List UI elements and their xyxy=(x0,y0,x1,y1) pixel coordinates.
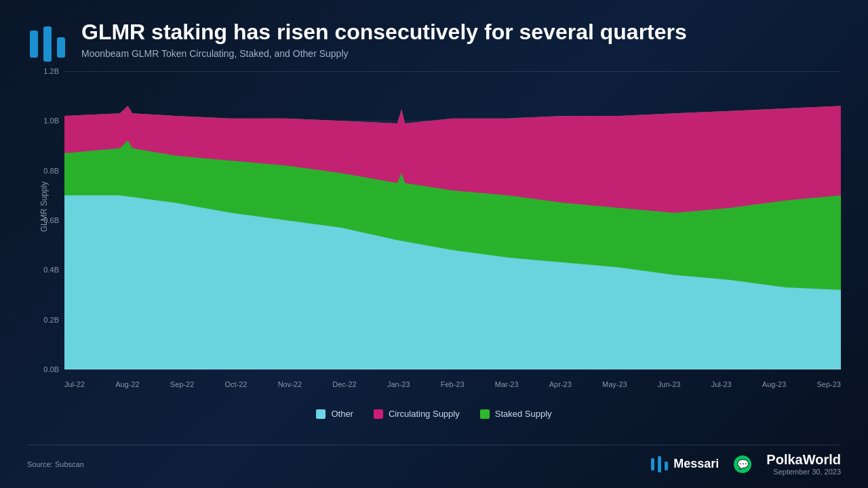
main-title: GLMR staking has risen consecutively for… xyxy=(81,20,687,44)
area-chart-svg xyxy=(64,71,841,369)
footer: Source: Subscan Messari 💬 PolkaWorld Sep… xyxy=(27,445,841,476)
messari-brand: Messari xyxy=(650,455,719,474)
subtitle: Moonbeam GLMR Token Circulating, Staked,… xyxy=(81,48,687,59)
svg-text:💬: 💬 xyxy=(737,459,749,470)
y-tick-06: 0.6B xyxy=(43,216,64,224)
y-tick-00: 0.0B xyxy=(43,365,64,373)
svg-rect-6 xyxy=(658,456,661,472)
x-tick-feb23: Feb-23 xyxy=(441,380,465,388)
svg-rect-7 xyxy=(665,462,668,470)
x-tick-aug23: Aug-23 xyxy=(762,380,786,388)
legend-color-staked xyxy=(480,409,490,419)
messari-logo-header xyxy=(27,24,68,64)
legend-color-circulating xyxy=(374,409,383,419)
y-tick-02: 0.2B xyxy=(43,316,64,324)
messari-logo-footer xyxy=(650,455,669,474)
x-tick-sep22: Sep-22 xyxy=(170,380,194,388)
polkaworld-brand: PolkaWorld September 30, 2023 xyxy=(766,452,841,476)
page-container: GLMR staking has risen consecutively for… xyxy=(0,0,868,488)
chart-area: GLMR Supply 1.2B 1.0B 0.8B 0.6B xyxy=(27,71,841,403)
x-tick-nov22: Nov-22 xyxy=(278,380,302,388)
x-tick-mar23: Mar-23 xyxy=(495,380,519,388)
y-tick-10: 1.0B xyxy=(43,117,64,125)
polkaworld-date: September 30, 2023 xyxy=(766,468,841,476)
x-tick-jan23: Jan-23 xyxy=(387,380,410,388)
y-tick-12: 1.2B xyxy=(43,67,64,75)
source-text: Source: Subscan xyxy=(27,460,84,468)
legend-item-other: Other xyxy=(316,409,353,419)
branding: Messari 💬 PolkaWorld September 30, 2023 xyxy=(650,452,841,476)
y-tick-08: 0.8B xyxy=(43,167,64,175)
svg-rect-0 xyxy=(30,30,38,58)
y-tick-04: 0.4B xyxy=(43,266,64,274)
y-axis-label: GLMR Supply xyxy=(39,180,49,234)
x-tick-oct22: Oct-22 xyxy=(224,380,247,388)
messari-label: Messari xyxy=(673,457,719,471)
x-tick-jul22: Jul-22 xyxy=(64,380,85,388)
legend-item-circulating: Circulating Supply xyxy=(374,409,460,419)
header: GLMR staking has risen consecutively for… xyxy=(27,20,841,64)
x-tick-jun23: Jun-23 xyxy=(658,380,681,388)
x-tick-aug22: Aug-22 xyxy=(115,380,139,388)
legend-color-other xyxy=(316,409,326,419)
svg-rect-5 xyxy=(651,458,654,470)
legend-item-staked: Staked Supply xyxy=(480,409,552,419)
x-tick-apr23: Apr-23 xyxy=(549,380,572,388)
x-axis: Jul-22 Aug-22 Sep-22 Oct-22 Nov-22 Dec-2… xyxy=(64,376,841,403)
chart-inner: 1.2B 1.0B 0.8B 0.6B 0.4B xyxy=(64,71,841,369)
legend: Other Circulating Supply Staked Supply xyxy=(27,409,841,419)
legend-label-staked: Staked Supply xyxy=(495,409,552,419)
title-block: GLMR staking has risen consecutively for… xyxy=(81,20,687,59)
x-tick-dec22: Dec-22 xyxy=(332,380,356,388)
polkaworld-name: PolkaWorld xyxy=(766,452,841,468)
svg-rect-2 xyxy=(57,37,65,58)
svg-rect-1 xyxy=(43,26,52,62)
wechat-icon: 💬 xyxy=(732,454,753,474)
grid-line-00: 0.0B xyxy=(64,369,841,370)
x-tick-may23: May-23 xyxy=(602,380,627,388)
x-tick-jul23: Jul-23 xyxy=(711,380,732,388)
x-tick-sep23: Sep-23 xyxy=(816,380,840,388)
legend-label-other: Other xyxy=(331,409,353,419)
legend-label-circulating: Circulating Supply xyxy=(389,409,460,419)
